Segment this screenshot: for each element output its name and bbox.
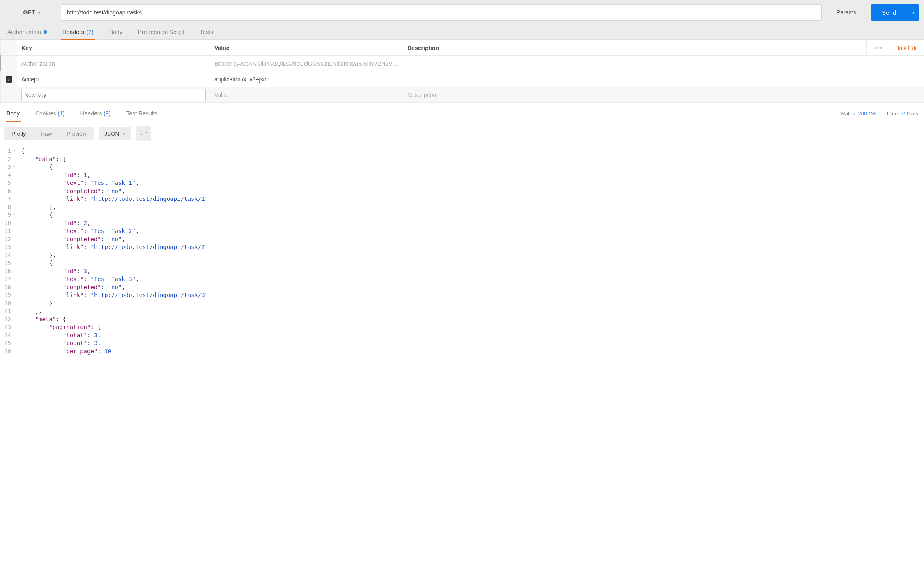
tab-headers[interactable]: Headers (2)	[61, 25, 95, 39]
tab-label: Body	[7, 110, 20, 117]
tab-response-body[interactable]: Body	[6, 105, 21, 122]
tab-count: (9)	[103, 110, 110, 117]
tab-count: (1)	[57, 110, 64, 117]
time-label: Time:	[886, 111, 899, 117]
chevron-down-icon: ▾	[123, 131, 126, 136]
response-meta: Status: 200 OK Time: 750 ms	[840, 111, 918, 117]
http-method-label: GET	[23, 9, 35, 16]
actions-column-header[interactable]: •••	[867, 40, 891, 56]
send-button[interactable]: Send	[871, 4, 907, 21]
status-value: 200 OK	[858, 111, 876, 117]
tab-label: Test Results	[126, 110, 157, 117]
tab-response-headers[interactable]: Headers (9)	[80, 105, 112, 122]
tab-count: (2)	[87, 29, 94, 35]
value-column-header: Value	[210, 40, 403, 56]
row-checkbox[interactable]: ✓	[1, 71, 17, 87]
request-url-input[interactable]	[61, 4, 822, 21]
header-desc-cell[interactable]	[403, 56, 924, 71]
bulk-edit-link[interactable]: Bulk Edit	[891, 40, 924, 56]
line-number-gutter: 1 ▾2 ▾3 ▾4 5 6 7 8 9 ▾10 11 12 13 14 15 …	[0, 145, 18, 357]
tab-body[interactable]: Body	[108, 25, 124, 39]
header-key-cell[interactable]: Accept	[17, 71, 210, 87]
format-label: JSON	[104, 131, 119, 137]
header-desc-cell[interactable]	[403, 71, 924, 87]
description-column-header: Description	[403, 40, 867, 56]
tab-label: Authorization	[7, 29, 41, 35]
table-row[interactable]: Authorization Bearer eyJ0eXAiOiJKV1QiLCJ…	[1, 56, 924, 71]
headers-table: Key Value Description ••• Bulk Edit Auth…	[0, 40, 924, 103]
new-key-input[interactable]	[21, 89, 206, 101]
tab-label: Headers	[80, 110, 102, 117]
new-header-row[interactable]: Value Description	[1, 87, 924, 103]
view-mode-group: Pretty Raw Preview	[4, 127, 94, 140]
status-label: Status:	[840, 111, 857, 117]
tab-response-cookies[interactable]: Cookies (1)	[34, 105, 66, 122]
request-url-bar: GET ▾ Params Send ▾	[0, 0, 924, 25]
tab-authorization[interactable]: Authorization	[6, 25, 48, 39]
wrap-lines-button[interactable]	[136, 126, 151, 141]
key-column-header: Key	[17, 40, 210, 56]
tab-label: Pre-request Script	[138, 29, 184, 35]
response-bar: Body Cookies (1) Headers (9) Test Result…	[0, 105, 924, 122]
row-checkbox[interactable]	[1, 56, 17, 71]
row-checkbox	[1, 87, 17, 103]
send-dropdown-button[interactable]: ▾	[907, 4, 919, 21]
wrap-icon	[140, 131, 147, 136]
pretty-button[interactable]: Pretty	[4, 127, 33, 140]
tab-test-results[interactable]: Test Results	[125, 105, 158, 122]
raw-button[interactable]: Raw	[33, 127, 59, 140]
header-value-cell[interactable]: application/x..v3+json	[210, 71, 403, 87]
table-row[interactable]: ✓ Accept application/x..v3+json	[1, 71, 924, 87]
response-tabs: Body Cookies (1) Headers (9) Test Result…	[6, 105, 159, 122]
response-body-code[interactable]: { "data": [ { "id": 1, "text": "Test Tas…	[18, 145, 211, 357]
preview-button[interactable]: Preview	[59, 127, 94, 140]
chevron-down-icon: ▾	[38, 10, 41, 15]
format-dropdown[interactable]: JSON ▾	[99, 127, 131, 140]
checkbox-column-header	[1, 40, 17, 56]
header-value-cell[interactable]: Bearer eyJ0eXAiOiJKV1QiLCJhbGciOiJSUzI1N…	[210, 56, 403, 71]
tab-label: Cookies	[35, 110, 56, 117]
tab-tests[interactable]: Tests	[198, 25, 215, 39]
response-body-viewer[interactable]: 1 ▾2 ▾3 ▾4 5 6 7 8 9 ▾10 11 12 13 14 15 …	[0, 145, 924, 357]
tab-prerequest[interactable]: Pre-request Script	[136, 25, 186, 39]
new-key-cell[interactable]	[17, 87, 210, 103]
response-time: Time: 750 ms	[886, 111, 918, 117]
modified-dot-icon	[44, 30, 47, 34]
tab-label: Headers	[62, 29, 84, 35]
params-button[interactable]: Params	[826, 4, 867, 21]
checkbox-checked-icon: ✓	[6, 76, 12, 83]
new-value-cell[interactable]: Value	[210, 87, 403, 103]
new-desc-cell[interactable]: Description	[403, 87, 924, 103]
tab-label: Body	[109, 29, 122, 35]
tab-label: Tests	[200, 29, 214, 35]
request-tabs: Authorization Headers (2) Body Pre-reque…	[0, 25, 924, 40]
http-method-dropdown[interactable]: GET ▾	[7, 4, 57, 21]
time-value: 750 ms	[901, 111, 918, 117]
response-status: Status: 200 OK	[840, 111, 876, 117]
chevron-down-icon: ▾	[912, 10, 915, 15]
send-button-group: Send ▾	[871, 4, 919, 21]
header-key-cell[interactable]: Authorization	[17, 56, 210, 71]
response-toolbar: Pretty Raw Preview JSON ▾	[0, 122, 924, 145]
